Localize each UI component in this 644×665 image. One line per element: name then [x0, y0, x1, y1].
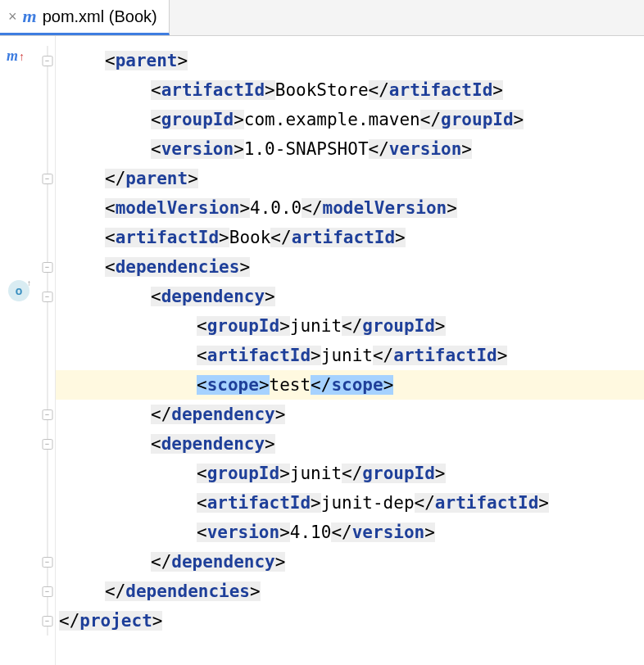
fold-toggle[interactable]: −: [42, 439, 52, 450]
code-line[interactable]: <groupId>junit</groupId>: [56, 459, 644, 488]
code-line[interactable]: <groupId>junit</groupId>: [56, 311, 644, 341]
code-line[interactable]: <dependency>: [56, 429, 644, 459]
fold-toggle[interactable]: −: [42, 174, 52, 184]
fold-toggle[interactable]: −: [42, 409, 52, 420]
close-icon[interactable]: ×: [8, 9, 17, 24]
maven-icon: m: [23, 6, 37, 27]
fold-toggle[interactable]: −: [42, 262, 52, 273]
code-line[interactable]: <groupId>com.example.maven</groupId>: [56, 105, 644, 134]
fold-toggle[interactable]: −: [42, 557, 52, 568]
code-line[interactable]: <modelVersion>4.0.0</modelVersion>: [56, 193, 644, 223]
code-line[interactable]: </project>: [56, 606, 644, 636]
code-line[interactable]: <version>1.0-SNAPSHOT</version>: [56, 134, 644, 164]
fold-toggle[interactable]: −: [42, 616, 52, 627]
code-line[interactable]: </dependency>: [56, 547, 644, 577]
fold-gutter: − − − − − − − − −: [39, 36, 56, 665]
gutter-refresh-icon[interactable]: o ↑: [8, 280, 29, 301]
code-line[interactable]: </parent>: [56, 164, 644, 193]
code-line[interactable]: <dependencies>: [56, 252, 644, 282]
code-line[interactable]: <dependency>: [56, 282, 644, 311]
code-line[interactable]: </dependencies>: [56, 577, 644, 606]
maven-gutter-icon[interactable]: m↑: [7, 48, 25, 65]
tab-title: pom.xml (Book): [43, 7, 157, 26]
editor: m↑ o ↑ − − − − − − − − − <parent><artifa…: [0, 36, 644, 665]
code-line[interactable]: <artifactId>BookStore</artifactId>: [56, 75, 644, 105]
gutter: m↑ o ↑: [0, 36, 39, 665]
code-line[interactable]: <artifactId>junit</artifactId>: [56, 341, 644, 370]
tab-bar: × m pom.xml (Book): [0, 0, 644, 36]
code-line[interactable]: <version>4.10</version>: [56, 518, 644, 547]
code-line[interactable]: </dependency>: [56, 400, 644, 429]
code-line[interactable]: <artifactId>junit-dep</artifactId>: [56, 488, 644, 518]
code-content[interactable]: <parent><artifactId>BookStore</artifactI…: [56, 36, 644, 665]
fold-toggle[interactable]: −: [42, 56, 52, 66]
code-line[interactable]: <scope>test</scope>: [56, 370, 644, 400]
fold-toggle[interactable]: −: [42, 292, 52, 302]
fold-toggle[interactable]: −: [42, 586, 52, 597]
code-line[interactable]: <artifactId>Book</artifactId>: [56, 223, 644, 252]
code-line[interactable]: <parent>: [56, 46, 644, 75]
editor-tab[interactable]: × m pom.xml (Book): [0, 0, 170, 35]
